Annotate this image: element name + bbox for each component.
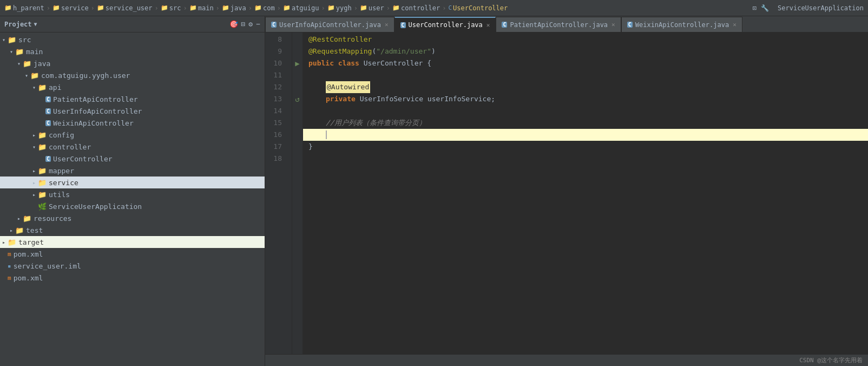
code-line-16[interactable] [303, 129, 868, 141]
keyword-public: public [308, 57, 334, 69]
arrow-controller[interactable]: ▾ [30, 144, 38, 150]
arrow-mapper[interactable]: ▸ [30, 168, 38, 174]
minimize-icon[interactable]: − [256, 20, 260, 28]
breadcrumb-atguigu[interactable]: atguigu [292, 4, 319, 12]
tab-close-weixinapi[interactable]: ✕ [733, 21, 737, 28]
gutter-10[interactable]: ▶ [292, 57, 303, 69]
tree-item-utils[interactable]: ▸ 📁 utils [0, 188, 265, 200]
tab-patientapic[interactable]: C PatientApiController.java ✕ [496, 17, 621, 32]
breadcrumb-folder-icon6: 📁 [222, 4, 229, 11]
folder-icon-config: 📁 [38, 131, 47, 139]
arrow-java[interactable]: ▾ [15, 61, 23, 67]
tree-item-package[interactable]: ▾ 📁 com.atguigu.yygh.user [0, 69, 265, 81]
class-icon-usercontroller: C [45, 156, 51, 162]
code-line-14 [303, 105, 868, 117]
code-line-13: private UserInfoService userInfoService; [303, 93, 868, 105]
breadcrumb-com[interactable]: com [263, 4, 275, 12]
breadcrumb-service[interactable]: service [61, 4, 89, 12]
settings-icon[interactable]: ⚙ [248, 20, 253, 28]
arrow-target[interactable]: ▸ [0, 239, 8, 245]
tree-label-java: java [34, 60, 50, 68]
tree-item-java[interactable]: ▾ 📁 java [0, 57, 265, 69]
tree-item-serviceuserapplication[interactable]: ▸ 🌿 ServiceUserApplication [0, 200, 265, 212]
line-num-11: 11 [265, 69, 286, 81]
tree-item-mapper[interactable]: ▸ 📁 mapper [0, 165, 265, 177]
breadcrumb-src[interactable]: src [169, 4, 181, 12]
tree-item-config[interactable]: ▸ 📁 config [0, 129, 265, 141]
tree-item-pomxml[interactable]: ▸ m pom.xml [0, 248, 265, 260]
class-icon-patientapi: C [45, 96, 51, 102]
tree-item-target[interactable]: ▸ 📁 target [0, 236, 265, 248]
gutter-13[interactable]: ↺ [292, 93, 303, 105]
tree-item-test[interactable]: ▸ 📁 test [0, 224, 265, 236]
gutter-17 [292, 141, 303, 153]
tree-item-controller[interactable]: ▾ 📁 controller [0, 141, 265, 153]
tree-label-resources: resources [34, 214, 71, 223]
tab-label-patientapi: PatientApiController.java [510, 21, 608, 29]
code-editor[interactable]: 8 9 10 11 12 13 14 15 16 17 18 ▶ [265, 32, 868, 354]
tab-close-userinfoapi[interactable]: ✕ [385, 21, 389, 28]
app-title: ServiceUserApplication [778, 4, 864, 12]
type-userinfoservice: UserInfoService [360, 93, 423, 105]
code-content[interactable]: @RestController @RequestMapping("/admin/… [303, 32, 868, 354]
breadcrumb-yygh[interactable]: yygh [336, 4, 352, 12]
tree-label-patientapi: PatientApiController [53, 95, 138, 103]
tabs-bar: C UserInfoApiController.java ✕ C UserCon… [265, 16, 868, 32]
sidebar-tree: ▾ 📁 src ▾ 📁 main ▾ 📁 java ▾ [0, 32, 265, 366]
line-numbers: 8 9 10 11 12 13 14 15 16 17 18 [265, 32, 292, 354]
tab-userinfoapicontroller[interactable]: C UserInfoApiController.java ✕ [265, 17, 394, 32]
tree-item-userinfoapi[interactable]: ▸ C UserInfoApiController [0, 105, 265, 117]
locate-icon[interactable]: 🎯 [229, 20, 238, 28]
arrow-test[interactable]: ▸ [8, 227, 15, 233]
window-icon-1[interactable]: ⊡ [753, 4, 757, 12]
breadcrumb-h-parent[interactable]: h_parent [13, 4, 44, 12]
tree-item-resources[interactable]: ▸ 📁 resources [0, 212, 265, 224]
arrow-config[interactable]: ▸ [30, 132, 38, 138]
tree-item-api[interactable]: ▾ 📁 api [0, 81, 265, 93]
iml-icon: ▪ [8, 263, 11, 270]
sidebar-header: Project ▼ 🎯 ⊟ ⚙ − [0, 16, 265, 32]
tree-item-src[interactable]: ▾ 📁 src [0, 34, 265, 45]
run-icon[interactable]: ▶ [295, 59, 299, 68]
window-icon-2[interactable]: 🔧 [761, 4, 769, 12]
line-num-10: 10 [265, 57, 286, 69]
tree-item-main[interactable]: ▾ 📁 main [0, 45, 265, 57]
tab-close-patientapi[interactable]: ✕ [611, 21, 615, 28]
tab-weixinapic[interactable]: C WeixinApiController.java ✕ [621, 17, 742, 32]
arrow-utils[interactable]: ▸ [30, 192, 38, 198]
reload-icon[interactable]: ↺ [295, 95, 299, 103]
annotation-restcontroller: @RestController [308, 34, 372, 45]
arrow-api[interactable]: ▾ [30, 84, 38, 90]
tree-label-weixinapi: WeixinApiController [53, 119, 134, 127]
tree-item-usercontroller[interactable]: ▸ C UserController [0, 153, 265, 165]
breadcrumb-folder-icon4: 📁 [161, 4, 168, 11]
folder-icon-utils: 📁 [38, 191, 47, 199]
breadcrumb-service-user[interactable]: service_user [106, 4, 153, 12]
arrow-resources[interactable]: ▸ [15, 215, 23, 221]
collapse-icon[interactable]: ⊟ [241, 20, 246, 28]
breadcrumb-folder-icon11: 📁 [392, 4, 400, 11]
tab-close-usercontroller[interactable]: ✕ [486, 22, 490, 29]
tree-item-pomxml2[interactable]: ▸ m pom.xml [0, 272, 265, 284]
tree-label-test: test [26, 226, 43, 234]
sidebar-icons: 🎯 ⊟ ⚙ − [229, 20, 260, 28]
arrow-src[interactable]: ▾ [0, 37, 8, 43]
sidebar-arrow[interactable]: ▼ [34, 21, 37, 27]
arrow-service[interactable]: ▸ [30, 180, 38, 186]
tree-item-iml[interactable]: ▸ ▪ service_user.iml [0, 260, 265, 272]
arrow-main[interactable]: ▾ [8, 49, 15, 55]
breadcrumb-java[interactable]: java [231, 4, 246, 12]
breadcrumb-user[interactable]: user [369, 4, 384, 12]
code-line-10: public class UserController { [303, 57, 868, 69]
var-userinfoservice: userInfoService; [428, 93, 495, 105]
tree-item-weixinapi[interactable]: ▸ C WeixinApiController [0, 117, 265, 129]
breadcrumb-main[interactable]: main [198, 4, 214, 12]
sidebar-title: Project [4, 21, 32, 28]
tab-icon-patientapi: C [502, 22, 507, 28]
breadcrumb-usercontroller[interactable]: UserController [453, 4, 508, 12]
tree-item-service[interactable]: ▸ 📁 service [0, 177, 265, 188]
tab-usercontroller[interactable]: C UserController.java ✕ [394, 17, 496, 32]
tree-item-patientapi[interactable]: ▸ C PatientApiController [0, 93, 265, 105]
breadcrumb-controller[interactable]: controller [401, 4, 440, 12]
arrow-package[interactable]: ▾ [23, 73, 30, 79]
